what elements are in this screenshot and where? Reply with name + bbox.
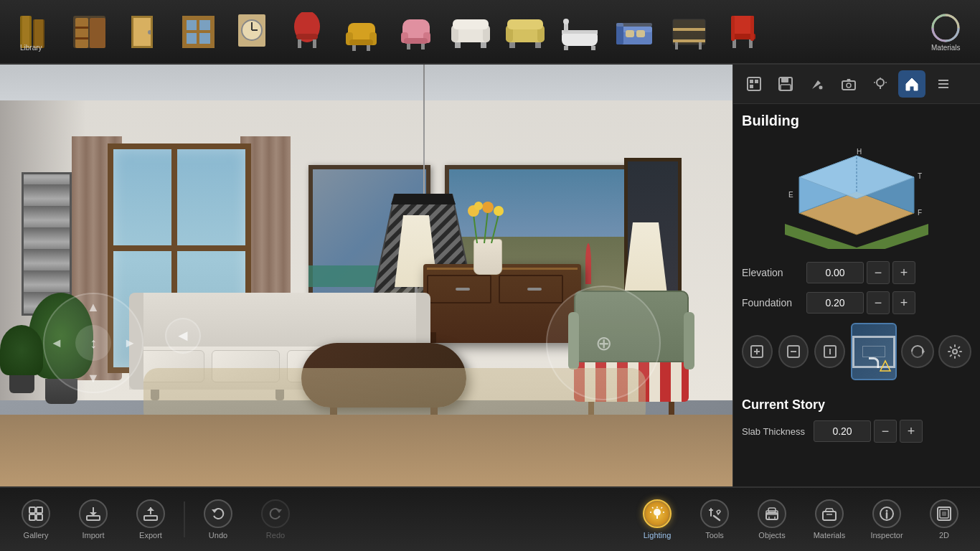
svg-line-86 <box>484 211 488 243</box>
toolbar-item-sofa-yellow[interactable] <box>504 10 547 53</box>
svg-rect-31 <box>313 39 316 48</box>
lighting-icon <box>643 499 672 528</box>
svg-rect-131 <box>37 507 42 513</box>
svg-point-159 <box>886 510 888 512</box>
bottom-item-materials[interactable]: Materials <box>801 494 858 545</box>
settings-button[interactable] <box>938 335 971 368</box>
svg-rect-21 <box>210 16 215 48</box>
toolbar-item-chair-red[interactable] <box>286 10 329 53</box>
toolbar-item-bookshelf[interactable] <box>67 10 110 53</box>
slab-thickness-input[interactable] <box>814 420 871 442</box>
svg-rect-70 <box>673 39 705 42</box>
svg-rect-132 <box>29 514 35 520</box>
svg-rect-43 <box>421 44 425 50</box>
blueprint-preview[interactable] <box>851 323 897 380</box>
svg-rect-15 <box>131 16 133 48</box>
svg-rect-77 <box>731 16 735 41</box>
svg-rect-134 <box>87 516 100 520</box>
svg-point-61 <box>563 19 569 24</box>
slab-increase-button[interactable]: + <box>900 420 923 443</box>
svg-rect-59 <box>591 46 595 50</box>
bottom-item-lighting[interactable]: Lighting <box>628 494 686 545</box>
toolbar-divider-1 <box>184 501 185 537</box>
foundation-increase-button[interactable]: + <box>892 291 915 314</box>
bookshelf-icon <box>67 10 110 53</box>
svg-line-149 <box>714 516 720 520</box>
svg-line-147 <box>661 507 663 509</box>
toolbar-item-window[interactable] <box>176 10 220 53</box>
elevation-row: Elevation − + <box>742 261 971 284</box>
materials-bottom-icon <box>815 499 844 528</box>
bottom-item-inspector[interactable]: Inspector <box>858 494 915 545</box>
foundation-input[interactable] <box>806 292 864 314</box>
svg-rect-53 <box>507 19 543 29</box>
toolbar-item-door[interactable] <box>122 10 165 53</box>
bottom-item-objects[interactable]: Objects <box>743 494 801 545</box>
svg-rect-29 <box>296 34 318 39</box>
svg-rect-36 <box>352 45 356 51</box>
svg-rect-16 <box>151 16 153 48</box>
chair-red-icon <box>286 10 329 53</box>
toolbar-item-shelf[interactable] <box>667 10 710 53</box>
svg-rect-54 <box>509 42 515 48</box>
svg-point-99 <box>819 85 823 90</box>
shelf-icon <box>667 10 710 53</box>
slab-decrease-button[interactable]: − <box>874 420 897 443</box>
redo-icon <box>261 499 290 528</box>
svg-rect-133 <box>37 514 42 520</box>
bottom-item-2d[interactable]: 2D <box>915 494 973 545</box>
library-icon: Library <box>13 10 56 53</box>
toolbar-item-clock[interactable] <box>231 10 274 53</box>
svg-text:H: H <box>857 148 862 156</box>
sofa-yellow-icon <box>504 10 547 53</box>
elevation-input[interactable] <box>806 262 864 283</box>
toolbar-item-chair-red2[interactable] <box>722 10 765 53</box>
move-up-button[interactable] <box>778 335 809 368</box>
panel-tab-save[interactable] <box>772 70 799 98</box>
elevation-increase-button[interactable]: + <box>892 261 915 284</box>
bottom-item-undo[interactable]: Undo <box>189 494 247 545</box>
svg-point-101 <box>847 83 851 88</box>
clock-icon <box>231 10 274 53</box>
svg-rect-13 <box>131 16 153 18</box>
toolbar-item-bathtub[interactable] <box>558 10 601 53</box>
rotate-button[interactable] <box>901 335 934 368</box>
viewport[interactable]: ↕ ▲ ▼ ◄ ► ◄ ⊕ <box>0 65 732 486</box>
svg-rect-130 <box>29 507 35 513</box>
panel-tab-light[interactable] <box>867 70 894 98</box>
panel-tab-list[interactable] <box>930 70 957 98</box>
dpad-control[interactable]: ↕ ▲ ▼ ◄ ► <box>43 293 143 393</box>
panel-tab-select[interactable] <box>740 70 768 98</box>
toolbar-item-library[interactable]: Library <box>13 10 56 53</box>
bottom-item-tools[interactable]: Tools <box>686 494 743 545</box>
toolbar-item-sofa-white[interactable] <box>449 10 492 53</box>
toolbar-item-armchair-yellow[interactable] <box>340 10 383 53</box>
bottom-item-import[interactable]: Import <box>65 494 122 545</box>
bottom-item-gallery[interactable]: Gallery <box>7 494 65 545</box>
svg-point-129 <box>953 349 957 354</box>
toolbar-item-materials[interactable]: Materials <box>924 10 967 53</box>
armchair-yellow-icon <box>340 10 383 53</box>
elevation-decrease-button[interactable]: − <box>867 261 890 284</box>
foundation-decrease-button[interactable]: − <box>867 291 890 314</box>
panel-tab-camera[interactable] <box>835 70 862 98</box>
bottom-item-export[interactable]: Export <box>122 494 179 545</box>
tools-icon <box>700 499 729 528</box>
move-down-button[interactable] <box>814 335 845 368</box>
svg-rect-95 <box>750 85 753 88</box>
bottom-item-redo[interactable]: Redo <box>247 494 304 545</box>
toolbar-item-chair-pink[interactable] <box>395 10 438 53</box>
svg-point-89 <box>482 202 494 213</box>
panel-tab-home[interactable] <box>898 70 925 98</box>
svg-rect-6 <box>75 18 88 48</box>
add-floor-button[interactable] <box>742 335 773 368</box>
toolbar-item-bed[interactable] <box>613 10 656 53</box>
orbit-control[interactable]: ⊕ <box>546 286 661 400</box>
blueprint-actions <box>851 323 971 380</box>
panel-tab-paint[interactable] <box>804 70 831 98</box>
room-scene: ↕ ▲ ▼ ◄ ► ◄ ⊕ <box>0 65 732 486</box>
nav-left-button[interactable]: ◄ <box>165 318 201 354</box>
svg-marker-102 <box>847 79 851 81</box>
svg-marker-141 <box>276 509 282 513</box>
svg-rect-100 <box>842 81 855 90</box>
